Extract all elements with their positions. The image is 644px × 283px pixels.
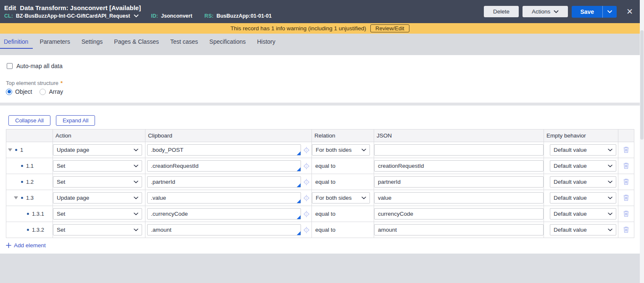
close-icon[interactable]: ✕ xyxy=(625,7,635,16)
resize-corner-icon xyxy=(297,215,301,219)
target-icon[interactable] xyxy=(303,226,310,234)
add-element-link[interactable]: Add element xyxy=(6,242,46,249)
chevron-down-icon xyxy=(554,10,559,13)
empty-behavior-select[interactable]: Default value xyxy=(550,144,616,156)
radio-object-icon[interactable] xyxy=(6,89,12,95)
delete-row-cell xyxy=(618,142,634,158)
action-select[interactable]: Set xyxy=(53,208,142,220)
bullet-icon xyxy=(15,149,17,151)
relation-select[interactable]: For both sides xyxy=(312,144,370,156)
scrollbar-thumb[interactable] xyxy=(640,30,644,140)
radio-option-object[interactable]: Object xyxy=(6,88,32,95)
review-edit-label: Review/Edit xyxy=(375,25,404,32)
tab-history[interactable]: History xyxy=(256,37,276,49)
radio-option-array[interactable]: Array xyxy=(40,88,63,95)
tree-wrap: 1.3.1 xyxy=(6,211,53,217)
tab-specifications[interactable]: Specifications xyxy=(209,37,246,49)
target-icon[interactable] xyxy=(303,162,310,170)
json-input[interactable] xyxy=(374,192,544,204)
target-icon[interactable] xyxy=(303,210,310,218)
delete-row-button[interactable] xyxy=(622,193,631,202)
review-edit-button[interactable]: Review/Edit xyxy=(370,24,409,32)
json-input[interactable] xyxy=(374,160,544,172)
clipboard-field-group xyxy=(145,192,311,204)
clipboard-field-group xyxy=(145,208,311,220)
vertical-scrollbar[interactable] xyxy=(640,0,644,283)
relation-cell: equal to xyxy=(312,222,374,238)
tab-bar: DefinitionParametersSettingsPages & Clas… xyxy=(0,34,640,55)
delete-row-button[interactable] xyxy=(622,161,631,170)
save-button-label: Save xyxy=(580,8,594,15)
clipboard-field-group xyxy=(145,144,311,156)
relation-cell: equal to xyxy=(312,158,374,174)
clipboard-input[interactable] xyxy=(147,208,301,220)
expand-all-button[interactable]: Expand All xyxy=(56,115,95,126)
save-split-button: Save xyxy=(572,6,617,18)
clipboard-input[interactable] xyxy=(147,160,301,172)
tree-cell: 1.1 xyxy=(6,158,53,174)
clipboard-field-group xyxy=(145,176,311,188)
action-select-wrap: Set xyxy=(53,208,142,220)
resize-corner-icon xyxy=(297,151,301,155)
automap-label: Auto-map all data xyxy=(16,63,63,69)
empty-behavior-select[interactable]: Default value xyxy=(550,160,616,172)
delete-row-button[interactable] xyxy=(622,145,631,154)
save-button[interactable]: Save xyxy=(572,6,602,18)
target-icon[interactable] xyxy=(303,194,310,202)
actions-button[interactable]: Actions xyxy=(523,6,568,17)
clipboard-input[interactable] xyxy=(147,192,301,204)
json-input[interactable] xyxy=(374,144,544,156)
meta-rs: RS: BusBuzzApp:01-01-01 xyxy=(204,13,272,19)
clipboard-input[interactable] xyxy=(147,176,301,188)
empty-behavior-select[interactable]: Default value xyxy=(550,176,616,188)
tree-cell: 1.3.2 xyxy=(6,222,53,238)
relation-select-wrap: For both sides xyxy=(312,144,370,156)
delete-row-button[interactable] xyxy=(622,209,631,218)
delete-row-button[interactable] xyxy=(622,225,631,234)
chevron-down-icon[interactable] xyxy=(134,14,139,18)
empty-behavior-cell: Default value xyxy=(544,174,618,190)
resize-corner-icon xyxy=(297,199,301,203)
json-input[interactable] xyxy=(374,176,544,188)
clipboard-input[interactable] xyxy=(147,224,301,235)
bullet-icon xyxy=(27,213,29,215)
collapse-all-label: Collapse All xyxy=(15,117,44,124)
tab-test-cases[interactable]: Test cases xyxy=(170,37,198,49)
save-options-button[interactable] xyxy=(602,6,617,18)
clipboard-field-group xyxy=(145,224,311,235)
resize-corner-icon xyxy=(297,167,301,171)
collapse-all-button[interactable]: Collapse All xyxy=(8,115,50,126)
target-icon[interactable] xyxy=(303,178,310,186)
relation-select[interactable]: For both sides xyxy=(312,192,370,204)
cl-value: BZ-BusBuzzApp-Int-GC-GiftCardAPI_Request xyxy=(16,13,130,19)
delete-row-button[interactable] xyxy=(622,177,631,186)
target-icon[interactable] xyxy=(303,146,310,154)
tabs: DefinitionParametersSettingsPages & Clas… xyxy=(3,34,640,49)
json-cell xyxy=(374,190,544,206)
table-row: 1.3.2Setequal toDefault value xyxy=(6,222,634,238)
tab-pages-classes[interactable]: Pages & Classes xyxy=(113,37,159,49)
delete-button[interactable]: Delete xyxy=(484,6,519,17)
action-select[interactable]: Set xyxy=(53,160,142,172)
action-select[interactable]: Update page xyxy=(53,192,142,204)
expander-triangle-icon[interactable] xyxy=(14,196,18,199)
action-select-wrap: Set xyxy=(53,160,142,172)
json-input[interactable] xyxy=(374,224,544,235)
radio-array-icon[interactable] xyxy=(40,89,46,95)
empty-behavior-select[interactable]: Default value xyxy=(550,208,616,220)
empty-behavior-cell: Default value xyxy=(544,206,618,222)
empty-behavior-select[interactable]: Default value xyxy=(550,224,616,235)
action-select[interactable]: Set xyxy=(53,176,142,188)
table-row: 1.3.1Setequal toDefault value xyxy=(6,206,634,222)
automap-checkbox[interactable] xyxy=(7,63,13,69)
json-input[interactable] xyxy=(374,208,544,220)
action-select[interactable]: Update page xyxy=(53,144,142,156)
empty-behavior-select[interactable]: Default value xyxy=(550,192,616,204)
tab-settings[interactable]: Settings xyxy=(81,37,103,49)
clipboard-input[interactable] xyxy=(147,144,301,156)
tab-parameters[interactable]: Parameters xyxy=(39,37,70,49)
add-element-label: Add element xyxy=(14,242,46,249)
expander-triangle-icon[interactable] xyxy=(8,148,12,151)
tab-definition[interactable]: Definition xyxy=(3,37,29,49)
action-select[interactable]: Set xyxy=(53,224,142,235)
